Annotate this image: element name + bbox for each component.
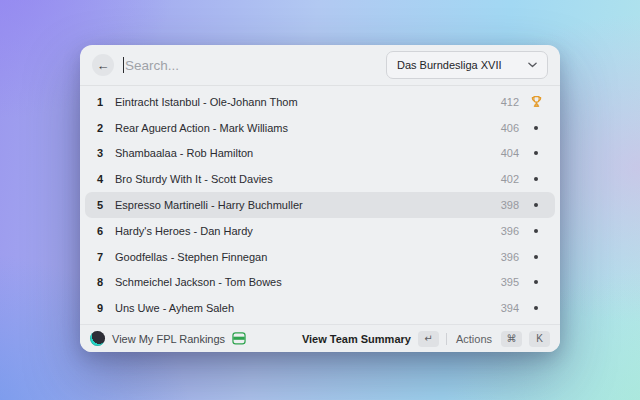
dot-icon xyxy=(529,203,543,207)
team-manager-label: Eintracht Istanbul - Ole-Johann Thom xyxy=(115,96,501,108)
league-dropdown-value: Das Burndesliga XVII xyxy=(397,59,502,71)
dot-icon xyxy=(529,255,543,259)
dot-icon xyxy=(529,229,543,233)
dot-icon xyxy=(529,306,543,310)
chevron-down-icon xyxy=(528,62,537,68)
dot-icon xyxy=(529,177,543,181)
team-manager-label: Hardy's Heroes - Dan Hardy xyxy=(115,225,501,237)
dot-icon xyxy=(529,280,543,284)
team-manager-label: Rear Aguerd Action - Mark Williams xyxy=(115,122,501,134)
ranking-row[interactable]: 3 Shambaalaa - Rob Hamilton 404 xyxy=(85,141,555,167)
ranking-row[interactable]: 5 Espresso Martinelli - Harry Buchmuller… xyxy=(85,192,555,218)
ranking-row[interactable]: 8 Schmeichel Jackson - Tom Bowes 395 xyxy=(85,269,555,295)
rank-number: 6 xyxy=(97,225,107,237)
rank-number: 3 xyxy=(97,147,107,159)
ranking-row[interactable]: 4 Bro Sturdy With It - Scott Davies 402 xyxy=(85,166,555,192)
rank-number: 1 xyxy=(97,96,107,108)
dot-icon xyxy=(529,151,543,155)
window-card-icon xyxy=(232,332,246,345)
ranking-row[interactable]: 2 Rear Aguerd Action - Mark Williams 406 xyxy=(85,115,555,141)
points-value: 412 xyxy=(501,96,519,108)
league-dropdown[interactable]: Das Burndesliga XVII xyxy=(386,51,548,79)
points-value: 394 xyxy=(501,302,519,314)
back-button[interactable]: ← xyxy=(92,54,114,76)
cmd-key-badge[interactable]: ⌘ xyxy=(501,331,522,347)
search-input[interactable]: Search... xyxy=(123,57,377,73)
points-value: 406 xyxy=(501,122,519,134)
trophy-icon xyxy=(529,95,543,108)
rank-number: 9 xyxy=(97,302,107,314)
fpl-app-icon xyxy=(90,331,105,346)
points-value: 396 xyxy=(501,251,519,263)
enter-key-badge[interactable]: ↵ xyxy=(418,331,439,347)
points-value: 404 xyxy=(501,147,519,159)
team-manager-label: Goodfellas - Stephen Finnegan xyxy=(115,251,501,263)
ranking-row[interactable]: 7 Goodfellas - Stephen Finnegan 396 xyxy=(85,244,555,270)
team-manager-label: Espresso Martinelli - Harry Buchmuller xyxy=(115,199,501,211)
team-manager-label: Shambaalaa - Rob Hamilton xyxy=(115,147,501,159)
text-caret xyxy=(123,57,124,73)
points-value: 398 xyxy=(501,199,519,211)
ranking-row[interactable]: 6 Hardy's Heroes - Dan Hardy 396 xyxy=(85,218,555,244)
rank-number: 8 xyxy=(97,276,107,288)
points-value: 395 xyxy=(501,276,519,288)
footer-divider xyxy=(446,333,447,345)
topbar: ← Search... Das Burndesliga XVII xyxy=(80,45,560,85)
points-value: 402 xyxy=(501,173,519,185)
back-arrow-icon: ← xyxy=(97,59,110,72)
k-key-badge[interactable]: K xyxy=(529,331,550,347)
fpl-rankings-window: ← Search... Das Burndesliga XVII 1 Eintr… xyxy=(80,45,560,352)
view-team-summary-button[interactable]: View Team Summary xyxy=(302,333,411,345)
footer-command-label: View My FPL Rankings xyxy=(112,333,225,345)
team-manager-label: Uns Uwe - Ayhem Saleh xyxy=(115,302,501,314)
dot-icon xyxy=(529,126,543,130)
ranking-row[interactable]: 1 Eintracht Istanbul - Ole-Johann Thom 4… xyxy=(85,89,555,115)
points-value: 396 xyxy=(501,225,519,237)
search-placeholder: Search... xyxy=(125,58,179,73)
rank-number: 4 xyxy=(97,173,107,185)
team-manager-label: Bro Sturdy With It - Scott Davies xyxy=(115,173,501,185)
rankings-list: 1 Eintracht Istanbul - Ole-Johann Thom 4… xyxy=(80,86,560,324)
rank-number: 5 xyxy=(97,199,107,211)
rank-number: 7 xyxy=(97,251,107,263)
ranking-row[interactable]: 9 Uns Uwe - Ayhem Saleh 394 xyxy=(85,295,555,321)
actions-button[interactable]: Actions xyxy=(456,333,492,345)
rank-number: 2 xyxy=(97,122,107,134)
footer: View My FPL Rankings View Team Summary ↵… xyxy=(80,324,560,352)
team-manager-label: Schmeichel Jackson - Tom Bowes xyxy=(115,276,501,288)
